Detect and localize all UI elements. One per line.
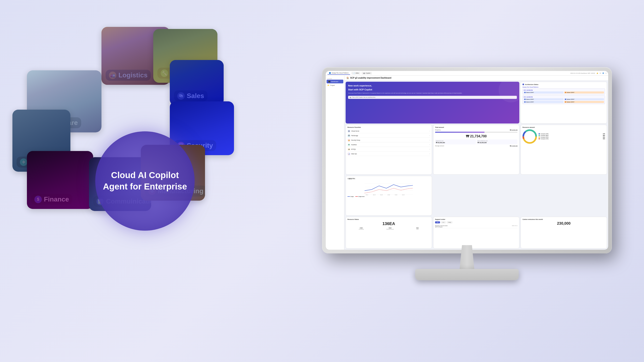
resource-item-dataops[interactable]: 📊 Data Ops › [348, 152, 430, 156]
industry-card-sales[interactable]: 🛍 Sales [170, 60, 224, 106]
content-area: 🏠 SCP g3 usability improvement Dashboard… [344, 75, 608, 250]
hero-title-line2: Start with SCP Copilot [348, 88, 517, 91]
svg-text:09.11: 09.11 [366, 194, 368, 195]
resource-item-security-group[interactable]: 🔒 Security Group › [348, 138, 430, 142]
support-request-subtext: SCP-IJ Project [435, 226, 448, 227]
support-tab-faq[interactable]: FAQ [447, 221, 452, 223]
resource-favorites-title: Resource Favorites [348, 127, 430, 128]
resource-favorites-panel: Resource Favorites 🖥 Virtual Server › [346, 125, 432, 175]
amount-details: Settlement amt ₩ 26,000,000 Next settlem… [435, 139, 518, 144]
right-section: 🟦 Simply Fits Cloud Platform 📄 HRA 🤖 Co [290, 0, 644, 362]
arrow-icon-5: › [430, 153, 430, 155]
center-title-line1: Cloud AI Copilot [103, 170, 187, 181]
support-tab-sr[interactable]: SR [435, 221, 440, 223]
hero-input-placeholder: This is SCP Copilot. Ask me anything her… [352, 97, 376, 98]
arch-platform-label: Simply Fits Cloud Platform [522, 86, 605, 88]
virtual-server-status-label: Virtual Server [386, 229, 394, 230]
average-row: Average amount ₩ 24,000,000 [435, 145, 518, 147]
arch-status-panel: Architecture Status Simply Fits Cloud Pl… [520, 82, 607, 124]
status-breakdown: 14EA Compute 14EA Virtual Server [348, 227, 430, 230]
bell-icon[interactable]: 🔔 [596, 72, 598, 74]
subnet-dot-5 [524, 101, 526, 103]
legend-dot-3 [538, 138, 540, 139]
subnet-label-4: Subnet-123447 [566, 99, 574, 100]
resource-status-title: Resource Status [348, 219, 430, 220]
dataops-label: Data Ops [351, 153, 429, 155]
svg-text:09.25: 09.25 [380, 194, 383, 195]
tab-app-name[interactable]: 🟦 Simply Fits Cloud Platform [328, 72, 350, 75]
subnet-item-2: Subnet-123447 [564, 91, 604, 94]
subnet-label-2: Subnet-123447 [566, 92, 574, 93]
sidebar-item-project[interactable]: 📁 Project [326, 83, 344, 87]
sidebar-item-dashboard[interactable]: ⬛ Dashboard [326, 80, 343, 83]
arch-status-dot [522, 84, 524, 85]
resource-amount-title: Resource amount [522, 127, 605, 128]
subnet-dot-6 [565, 101, 566, 103]
subnet-item-6: Subnet-123447 [564, 101, 604, 103]
hra-label: HRA [356, 72, 359, 74]
svg-text:09.18: 09.18 [373, 194, 376, 195]
datetime-label: 2024-01-13 13:35 (Asia/Seoul, GMT +09:00… [570, 73, 595, 74]
subnet-dot-4 [565, 99, 566, 100]
vpc-id-1: VPC-123456789 [524, 90, 604, 91]
top-bar-right: 2024-01-13 13:35 (Asia/Seoul, GMT +09:00… [570, 72, 606, 74]
support-tab-1to1[interactable]: 1:1 [441, 221, 446, 223]
hero-input[interactable]: 🤖 This is SCP Copilot. Ask me anything h… [348, 96, 517, 99]
carbon-emissions-title: Carbon emissions this month [522, 219, 605, 220]
legend-item-2: Compute (44%) 40% [538, 137, 605, 138]
legend-pct-1: 36% [603, 135, 605, 136]
resource-item-mysql[interactable]: 🗃 MYSQL › [348, 148, 430, 152]
subnet-item-3: Subnet-123447 [524, 98, 564, 100]
subnet-item-1: Subnet-123447 [524, 91, 564, 94]
app-logo-icon: 🟦 [329, 72, 331, 74]
budgeting-label: Budgeting [435, 129, 441, 131]
chart-area: 09.11 09.18 09.25 10.02 10.09 10.16 [348, 181, 430, 195]
monitor-screen: 🟦 Simply Fits Cloud Platform 📄 HRA 🤖 Co [326, 71, 608, 250]
settings-icon[interactable]: ⚙ [600, 72, 601, 74]
home-icon: 🏠 [346, 77, 349, 79]
resource-item-kubeflow[interactable]: ☸ Kubeflow › [348, 143, 430, 147]
resource-item-filestorage[interactable]: 💾 FileStorage › [348, 134, 430, 138]
usage-trend-legend: Usage trend [355, 196, 364, 197]
dashboard-icon: ⬛ [328, 80, 330, 83]
monitor-base [415, 269, 519, 280]
user-icon[interactable]: 👤 [602, 72, 604, 74]
subnet-label-1: Subnet-123447 [526, 92, 534, 93]
budgeting-row: Budgeting ₩ 36,000,000 [435, 129, 518, 131]
legend-dot-1 [538, 135, 540, 136]
support-center-panel: Support center SR 1:1 FAQ [433, 217, 520, 248]
carbon-value: 230,000 [522, 221, 605, 226]
dashboard-label: Dashboard [331, 81, 338, 82]
arrow-icon-4: › [430, 148, 430, 150]
resource-status-panel: Resource Status 136EA 14EA Compute [346, 217, 432, 248]
monitor-body: 🟦 Simply Fits Cloud Platform 📄 HRA 🤖 Co [322, 67, 612, 253]
close-icon[interactable]: ✕ [606, 72, 606, 74]
content-header: 🏠 SCP g3 usability improvement Dashboard [344, 75, 608, 80]
budgeting-val: ₩ 36,000,000 [510, 129, 518, 131]
arch-status-title: Architecture Status [522, 84, 605, 85]
subnet-item-4: Subnet-123447 [564, 98, 604, 100]
legend-label-1: Compute (36%) [540, 135, 548, 136]
legend-dot-0 [538, 133, 540, 135]
donut-container: Compute (14%) 14% Compute (36%) 36% [522, 129, 605, 144]
tab-hra[interactable]: 📄 HRA [352, 72, 360, 74]
subnet-grid-2: Subnet-123447 Subnet-123447 [524, 98, 604, 103]
usage-line-icon [348, 196, 350, 197]
sidebar-section-label: Console [326, 78, 344, 80]
subnet-label-5: Subnet-123447 [526, 101, 534, 103]
hero-desc: Samsung Cloud Platform Optimized for Com… [348, 92, 517, 94]
legend-label-3: Compute (14%) [540, 138, 548, 139]
amount-list: Budgeting ₩ 36,000,000 [435, 129, 518, 133]
resource-item-virtual-server[interactable]: 🖥 Virtual Server › [348, 129, 430, 133]
average-label: Average amount [435, 145, 444, 147]
app-name-label: Simply Fits Cloud Platform [332, 72, 348, 74]
tab-copilot[interactable]: 🤖 Copilot [362, 72, 372, 74]
usage-legend: Usage [348, 196, 354, 197]
main-layout: Console ⬛ Dashboard 📁 Project [326, 75, 608, 250]
industry-card-finance[interactable]: $ Finance [27, 151, 93, 209]
copilot-prompt-icon: 🤖 [350, 97, 351, 98]
vpc-id-2: VPC-123456789 [524, 96, 604, 98]
subnet-item-5: Subnet-123447 [524, 101, 564, 103]
kubeflow-icon: ☸ [348, 143, 350, 146]
status-col-compute: 14EA Compute [359, 227, 364, 230]
